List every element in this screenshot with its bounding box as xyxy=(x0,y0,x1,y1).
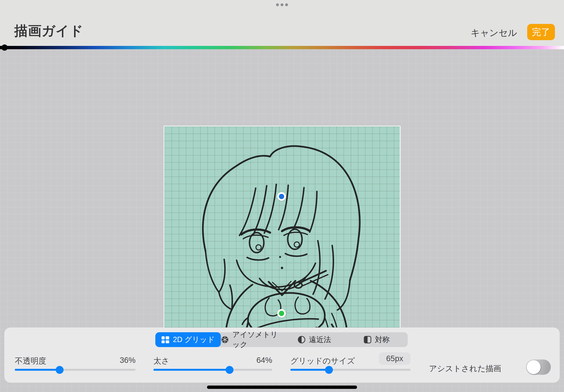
grid-size-slider-group: グリッドのサイズ 65px xyxy=(290,327,411,383)
opacity-value: 36% xyxy=(120,356,136,365)
grid-size-value[interactable]: 65px xyxy=(379,352,411,365)
opacity-slider-thumb[interactable] xyxy=(56,366,64,374)
toggle-knob xyxy=(527,360,541,374)
assisted-drawing-toggle[interactable] xyxy=(526,360,551,375)
opacity-label: 不透明度 xyxy=(15,356,46,366)
grid-edge-handle[interactable] xyxy=(277,309,286,318)
grid-center-handle[interactable] xyxy=(277,192,286,201)
home-indicator[interactable] xyxy=(207,386,357,389)
multitask-handle-icon[interactable] xyxy=(276,3,288,6)
grid-overlay xyxy=(165,126,400,363)
thickness-slider-group: 太さ 64% xyxy=(153,327,272,383)
done-button[interactable]: 完了 xyxy=(527,24,555,40)
grid-edge-handle-dot xyxy=(279,311,284,316)
hue-gradient-bar[interactable] xyxy=(0,46,564,49)
thickness-label: 太さ xyxy=(153,356,169,366)
drawing-guide-panel: 2D グリッド アイソメトリック 遠近法 xyxy=(4,327,560,383)
grid-size-slider-thumb[interactable] xyxy=(325,366,333,374)
cancel-button[interactable]: キャンセル xyxy=(471,27,517,39)
sketch-drawing xyxy=(165,126,400,363)
thickness-value: 64% xyxy=(256,356,272,365)
grid-center-handle-dot xyxy=(279,194,284,199)
hue-knob[interactable] xyxy=(1,44,8,51)
opacity-slider-track[interactable] xyxy=(15,369,136,371)
canvas[interactable] xyxy=(165,126,400,363)
opacity-slider-group: 不透明度 36% xyxy=(15,327,136,383)
grid-size-label: グリッドのサイズ xyxy=(290,356,355,366)
assisted-drawing-label: アシストされた描画 xyxy=(429,363,501,374)
thickness-slider-track[interactable] xyxy=(153,369,272,371)
thickness-slider-thumb[interactable] xyxy=(226,366,234,374)
header-bar: 描画ガイド キャンセル 完了 xyxy=(0,0,564,46)
grid-size-slider-track[interactable] xyxy=(290,369,411,371)
page-title: 描画ガイド xyxy=(14,22,83,40)
